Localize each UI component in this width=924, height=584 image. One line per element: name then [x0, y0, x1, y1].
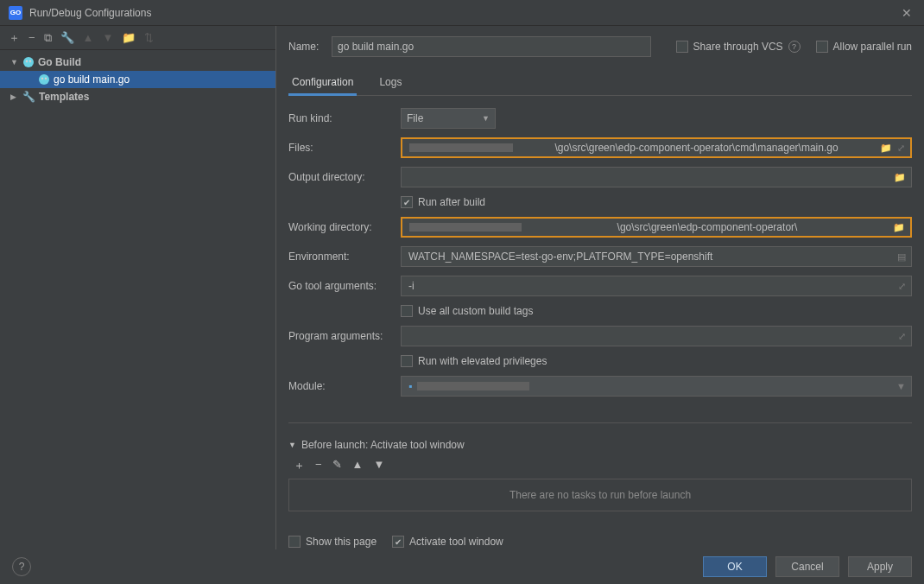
- before-launch-section: ▼ Before launch: Activate tool window ＋ …: [288, 439, 912, 511]
- module-label: Module:: [288, 380, 401, 392]
- checkbox-box: ✔: [401, 196, 413, 208]
- activate-tool-checkbox[interactable]: ✔ Activate tool window: [392, 536, 503, 548]
- chevron-down-icon: ▼: [482, 114, 490, 123]
- files-input[interactable]: \go\src\green\edp-component-operator\cmd…: [401, 137, 912, 158]
- run-kind-select[interactable]: File ▼: [401, 108, 496, 129]
- run-elevated-checkbox[interactable]: Run with elevated privileges: [401, 355, 912, 367]
- before-launch-header[interactable]: ▼ Before launch: Activate tool window: [288, 439, 912, 451]
- tree-item-go-build-main[interactable]: go build main.go: [0, 71, 275, 88]
- chevron-down-icon: ▼: [896, 381, 906, 391]
- browse-icon[interactable]: 📁: [893, 222, 905, 233]
- environment-value: WATCH_NAMESPACE=test-go-env;PLATFORM_TYP…: [408, 251, 897, 263]
- allow-parallel-checkbox[interactable]: Allow parallel run: [816, 41, 912, 53]
- checkbox-box: [676, 41, 688, 53]
- environment-label: Environment:: [288, 251, 401, 263]
- tab-configuration[interactable]: Configuration: [288, 71, 357, 96]
- svg-point-3: [27, 61, 28, 62]
- browse-icon[interactable]: 📁: [894, 172, 906, 183]
- add-icon[interactable]: ＋: [9, 30, 20, 46]
- checkbox-box: [816, 41, 828, 53]
- cancel-button[interactable]: Cancel: [775, 556, 839, 577]
- move-up-icon: ▲: [352, 458, 364, 473]
- chevron-down-icon: ▼: [288, 441, 296, 449]
- add-icon[interactable]: ＋: [294, 458, 305, 473]
- close-icon[interactable]: ✕: [898, 3, 915, 23]
- move-down-icon: ▼: [373, 458, 384, 473]
- checkbox-box: ✔: [392, 536, 404, 548]
- tree-templates-label: Templates: [39, 91, 89, 103]
- titlebar: GO Run/Debug Configurations ✕: [0, 0, 924, 26]
- module-select[interactable]: ▪ ▼: [401, 376, 912, 397]
- help-button[interactable]: ?: [12, 557, 31, 576]
- before-launch-empty: There are no tasks to run before launch: [288, 479, 912, 511]
- window-title: Run/Debug Configurations: [29, 7, 898, 19]
- show-page-checkbox[interactable]: Show this page: [288, 536, 377, 548]
- redacted-segment: [409, 223, 522, 232]
- content-pane: Name: Share through VCS ? Allow parallel…: [276, 26, 924, 549]
- svg-point-8: [42, 79, 43, 79]
- tree-root-label: Go Build: [38, 56, 81, 68]
- help-icon[interactable]: ?: [788, 41, 801, 53]
- copy-icon[interactable]: ⧉: [44, 31, 52, 45]
- tab-logs[interactable]: Logs: [376, 71, 405, 96]
- sidebar: ＋ − ⧉ 🔧 ▲ ▼ 📁 ⇅ ▼ Go Build go build main…: [0, 26, 276, 549]
- run-kind-label: Run kind:: [288, 112, 401, 124]
- run-elevated-label: Run with elevated privileges: [418, 355, 547, 367]
- show-page-label: Show this page: [306, 536, 377, 548]
- files-label: Files:: [288, 142, 401, 154]
- tabs: Configuration Logs: [288, 71, 912, 96]
- module-icon: ▪: [408, 380, 412, 392]
- wrench-icon[interactable]: 🔧: [60, 31, 74, 44]
- form: Run kind: File ▼ Files: \go\src\green\ed…: [288, 108, 912, 423]
- run-after-build-label: Run after build: [418, 196, 485, 208]
- app-icon: GO: [9, 6, 22, 20]
- ok-button[interactable]: OK: [703, 556, 767, 577]
- sidebar-toolbar: ＋ − ⧉ 🔧 ▲ ▼ 📁 ⇅: [0, 26, 275, 50]
- browse-icon[interactable]: 📁: [880, 143, 892, 154]
- tree-item-label: go build main.go: [54, 73, 130, 86]
- checkbox-box: [401, 355, 413, 367]
- run-kind-value: File: [407, 112, 423, 124]
- list-icon[interactable]: ▤: [897, 251, 906, 263]
- use-custom-tags-label: Use all custom build tags: [418, 305, 533, 317]
- gopher-icon: [38, 73, 50, 86]
- redacted-segment: [409, 143, 513, 152]
- move-down-icon: ▼: [102, 31, 113, 44]
- name-label: Name:: [288, 41, 323, 53]
- svg-point-5: [39, 74, 49, 85]
- expand-icon[interactable]: ⤢: [898, 281, 906, 292]
- run-after-build-checkbox[interactable]: ✔ Run after build: [401, 196, 912, 208]
- remove-icon[interactable]: −: [28, 31, 35, 44]
- expand-icon[interactable]: ⤢: [897, 143, 905, 154]
- share-vcs-label: Share through VCS: [693, 41, 783, 53]
- apply-button[interactable]: Apply: [848, 556, 912, 577]
- expand-icon[interactable]: ⤢: [898, 331, 906, 342]
- output-dir-label: Output directory:: [288, 171, 401, 183]
- program-args-input[interactable]: ⤢: [401, 326, 912, 346]
- footer: ? OK Cancel Apply: [0, 549, 924, 584]
- go-tool-args-input[interactable]: -i ⤢: [401, 276, 912, 296]
- before-launch-toolbar: ＋ − ✎ ▲ ▼: [288, 456, 912, 479]
- redacted-segment: [417, 382, 529, 390]
- name-input[interactable]: [332, 36, 651, 57]
- working-dir-value: \go\src\green\edp-component-operator\: [522, 221, 893, 233]
- environment-input[interactable]: WATCH_NAMESPACE=test-go-env;PLATFORM_TYP…: [401, 246, 912, 267]
- wrench-icon: 🔧: [22, 91, 35, 103]
- go-tool-args-label: Go tool arguments:: [288, 280, 401, 292]
- folder-icon[interactable]: 📁: [122, 31, 136, 44]
- tree-root-go-build[interactable]: ▼ Go Build: [0, 54, 275, 71]
- svg-point-0: [23, 57, 34, 67]
- tree-templates[interactable]: ▶ 🔧 Templates: [0, 88, 275, 105]
- use-custom-tags-checkbox[interactable]: Use all custom build tags: [401, 305, 912, 317]
- remove-icon: −: [315, 458, 322, 473]
- working-dir-input[interactable]: \go\src\green\edp-component-operator\ 📁: [401, 217, 912, 238]
- working-dir-label: Working directory:: [288, 221, 401, 233]
- share-vcs-checkbox[interactable]: Share through VCS ?: [676, 41, 801, 53]
- chevron-down-icon: ▼: [10, 58, 19, 67]
- sort-icon: ⇅: [144, 31, 154, 44]
- activate-tool-label: Activate tool window: [409, 536, 503, 548]
- go-tool-args-value: -i: [408, 280, 898, 292]
- gopher-icon: [22, 56, 35, 68]
- edit-icon: ✎: [332, 458, 342, 473]
- output-dir-input[interactable]: 📁: [401, 167, 912, 187]
